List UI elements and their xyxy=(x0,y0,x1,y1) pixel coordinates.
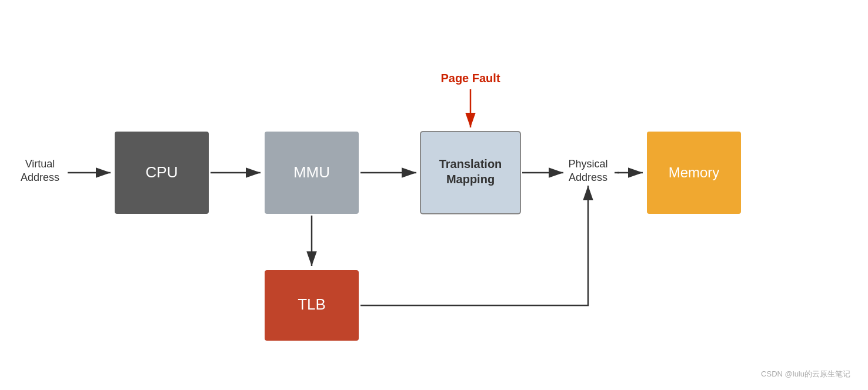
virtual-address-label: Virtual xyxy=(25,158,55,170)
physical-address-label1: Physical xyxy=(568,158,607,170)
diagram-container: Virtual Address CPU MMU Translation Mapp… xyxy=(0,0,868,390)
translation-mapping-label1: Translation xyxy=(439,157,502,170)
mmu-label: MMU xyxy=(293,163,330,181)
translation-mapping-label2: Mapping xyxy=(446,173,495,186)
virtual-address-label2: Address xyxy=(21,172,59,183)
watermark: CSDN @lulu的云原生笔记 xyxy=(761,369,850,379)
memory-label: Memory xyxy=(669,164,720,180)
tlb-label: TLB xyxy=(298,295,326,313)
physical-address-label2: Address xyxy=(569,172,607,183)
diagram-svg: Virtual Address CPU MMU Translation Mapp… xyxy=(0,0,868,390)
page-fault-label: Page Fault xyxy=(440,72,500,85)
cpu-label: CPU xyxy=(146,163,178,181)
